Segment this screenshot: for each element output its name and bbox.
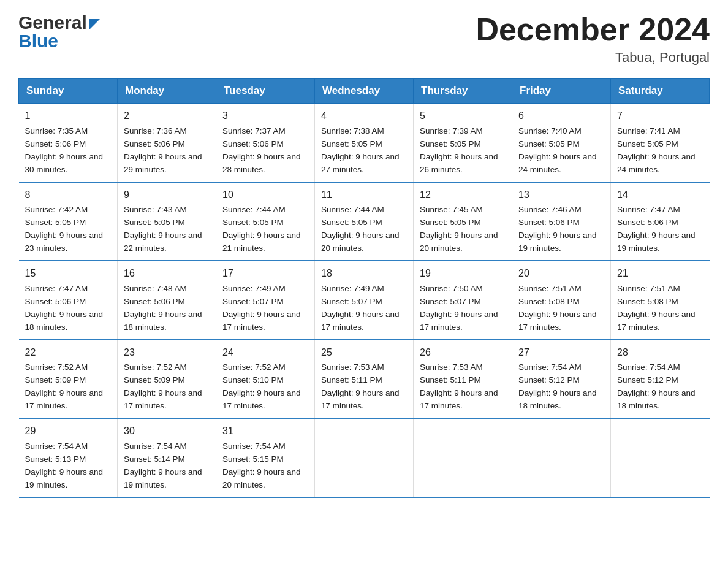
sunset-info: Sunset: 5:14 PM <box>124 454 185 464</box>
day-number: 26 <box>420 345 506 361</box>
sunset-info: Sunset: 5:09 PM <box>124 375 185 385</box>
day-number: 3 <box>222 109 308 124</box>
day-number: 18 <box>321 266 407 282</box>
calendar-week-1: 1Sunrise: 7:35 AMSunset: 5:06 PMDaylight… <box>19 104 710 182</box>
sunrise-info: Sunrise: 7:35 AM <box>25 126 88 136</box>
day-number: 8 <box>25 188 112 203</box>
calendar-cell: 21Sunrise: 7:51 AMSunset: 5:08 PMDayligh… <box>611 261 710 339</box>
day-number: 9 <box>124 188 210 203</box>
daylight-info: Daylight: 9 hours and 17 minutes. <box>222 310 301 332</box>
sunset-info: Sunset: 5:06 PM <box>518 218 580 227</box>
sunset-info: Sunset: 5:13 PM <box>25 454 86 464</box>
day-number: 4 <box>321 109 407 124</box>
header-saturday: Saturday <box>611 79 710 104</box>
calendar-cell: 10Sunrise: 7:44 AMSunset: 5:05 PMDayligh… <box>216 182 315 261</box>
day-number: 11 <box>321 188 407 203</box>
calendar-cell: 24Sunrise: 7:52 AMSunset: 5:10 PMDayligh… <box>216 340 315 418</box>
sunrise-info: Sunrise: 7:39 AM <box>420 126 483 136</box>
calendar-cell: 17Sunrise: 7:49 AMSunset: 5:07 PMDayligh… <box>216 261 315 339</box>
sunrise-info: Sunrise: 7:52 AM <box>124 362 187 372</box>
sunset-info: Sunset: 5:05 PM <box>420 218 481 227</box>
sunset-info: Sunset: 5:12 PM <box>518 375 580 385</box>
daylight-info: Daylight: 9 hours and 19 minutes. <box>25 467 104 489</box>
header-thursday: Thursday <box>414 79 512 104</box>
sunset-info: Sunset: 5:11 PM <box>420 375 481 385</box>
calendar-cell: 22Sunrise: 7:52 AMSunset: 5:09 PMDayligh… <box>19 340 118 418</box>
daylight-info: Daylight: 9 hours and 18 minutes. <box>124 310 202 332</box>
logo-general-text: General <box>18 12 87 33</box>
sunset-info: Sunset: 5:07 PM <box>321 297 382 306</box>
sunrise-info: Sunrise: 7:40 AM <box>518 126 582 136</box>
sunset-info: Sunset: 5:06 PM <box>25 297 86 306</box>
day-number: 1 <box>25 109 112 124</box>
daylight-info: Daylight: 9 hours and 17 minutes. <box>124 388 202 410</box>
sunset-info: Sunset: 5:05 PM <box>124 218 185 227</box>
month-title: December 2024 <box>476 12 710 47</box>
calendar-cell: 29Sunrise: 7:54 AMSunset: 5:13 PMDayligh… <box>19 418 118 497</box>
sunset-info: Sunset: 5:05 PM <box>321 139 382 148</box>
sunset-info: Sunset: 5:09 PM <box>25 375 86 385</box>
day-number: 12 <box>420 188 506 203</box>
day-number: 16 <box>124 266 210 282</box>
sunrise-info: Sunrise: 7:37 AM <box>222 126 286 136</box>
sunset-info: Sunset: 5:05 PM <box>321 218 382 227</box>
day-number: 21 <box>617 266 703 282</box>
calendar-cell: 12Sunrise: 7:45 AMSunset: 5:05 PMDayligh… <box>414 182 512 261</box>
day-number: 31 <box>222 424 308 439</box>
calendar-cell <box>611 418 710 497</box>
sunrise-info: Sunrise: 7:46 AM <box>518 205 582 214</box>
sunrise-info: Sunrise: 7:48 AM <box>124 284 187 293</box>
calendar-cell: 20Sunrise: 7:51 AMSunset: 5:08 PMDayligh… <box>512 261 611 339</box>
daylight-info: Daylight: 9 hours and 20 minutes. <box>222 467 301 489</box>
sunset-info: Sunset: 5:08 PM <box>617 297 678 306</box>
sunrise-info: Sunrise: 7:54 AM <box>124 442 187 451</box>
sunset-info: Sunset: 5:05 PM <box>617 139 678 148</box>
calendar-cell: 7Sunrise: 7:41 AMSunset: 5:05 PMDaylight… <box>611 104 710 182</box>
day-number: 17 <box>222 266 308 282</box>
calendar-cell <box>315 418 414 497</box>
calendar-cell: 28Sunrise: 7:54 AMSunset: 5:12 PMDayligh… <box>611 340 710 418</box>
calendar-cell: 13Sunrise: 7:46 AMSunset: 5:06 PMDayligh… <box>512 182 611 261</box>
daylight-info: Daylight: 9 hours and 19 minutes. <box>617 231 696 253</box>
day-number: 27 <box>518 345 604 361</box>
calendar-cell: 23Sunrise: 7:52 AMSunset: 5:09 PMDayligh… <box>118 340 216 418</box>
calendar-cell: 14Sunrise: 7:47 AMSunset: 5:06 PMDayligh… <box>611 182 710 261</box>
daylight-info: Daylight: 9 hours and 19 minutes. <box>518 231 597 253</box>
daylight-info: Daylight: 9 hours and 17 minutes. <box>518 310 597 332</box>
sunrise-info: Sunrise: 7:54 AM <box>25 442 88 451</box>
sunset-info: Sunset: 5:08 PM <box>518 297 580 306</box>
calendar-cell <box>414 418 512 497</box>
calendar-cell: 25Sunrise: 7:53 AMSunset: 5:11 PMDayligh… <box>315 340 414 418</box>
calendar-cell: 15Sunrise: 7:47 AMSunset: 5:06 PMDayligh… <box>19 261 118 339</box>
sunrise-info: Sunrise: 7:51 AM <box>617 284 680 293</box>
day-number: 5 <box>420 109 506 124</box>
calendar-cell: 9Sunrise: 7:43 AMSunset: 5:05 PMDaylight… <box>118 182 216 261</box>
sunset-info: Sunset: 5:06 PM <box>222 139 284 148</box>
day-number: 14 <box>617 188 703 203</box>
sunset-info: Sunset: 5:07 PM <box>420 297 481 306</box>
day-number: 24 <box>222 345 308 361</box>
header-friday: Friday <box>512 79 611 104</box>
daylight-info: Daylight: 9 hours and 20 minutes. <box>321 231 400 253</box>
logo-arrow-icon <box>89 19 100 30</box>
sunset-info: Sunset: 5:05 PM <box>222 218 284 227</box>
daylight-info: Daylight: 9 hours and 17 minutes. <box>25 388 104 410</box>
daylight-info: Daylight: 9 hours and 17 minutes. <box>617 310 696 332</box>
sunset-info: Sunset: 5:06 PM <box>25 139 86 148</box>
daylight-info: Daylight: 9 hours and 20 minutes. <box>420 231 498 253</box>
sunrise-info: Sunrise: 7:54 AM <box>518 362 582 372</box>
sunrise-info: Sunrise: 7:53 AM <box>321 362 384 372</box>
calendar-cell: 1Sunrise: 7:35 AMSunset: 5:06 PMDaylight… <box>19 104 118 182</box>
sunrise-info: Sunrise: 7:45 AM <box>420 205 483 214</box>
sunrise-info: Sunrise: 7:47 AM <box>617 205 680 214</box>
sunrise-info: Sunrise: 7:38 AM <box>321 126 384 136</box>
calendar-cell: 19Sunrise: 7:50 AMSunset: 5:07 PMDayligh… <box>414 261 512 339</box>
calendar-week-4: 22Sunrise: 7:52 AMSunset: 5:09 PMDayligh… <box>19 340 710 418</box>
day-number: 23 <box>124 345 210 361</box>
page-header: General Blue December 2024 Tabua, Portug… <box>18 12 710 66</box>
calendar-cell: 3Sunrise: 7:37 AMSunset: 5:06 PMDaylight… <box>216 104 315 182</box>
sunset-info: Sunset: 5:05 PM <box>420 139 481 148</box>
logo: General Blue <box>18 12 100 52</box>
sunset-info: Sunset: 5:11 PM <box>321 375 382 385</box>
sunrise-info: Sunrise: 7:44 AM <box>222 205 286 214</box>
